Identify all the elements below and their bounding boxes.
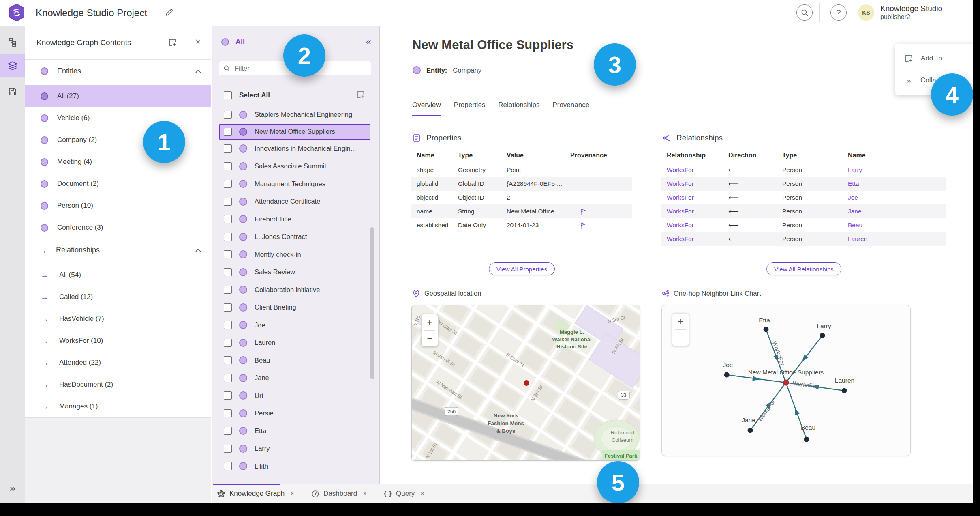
graph-item-row[interactable]: Montly check-in bbox=[212, 246, 379, 264]
zoom-in-button[interactable]: + bbox=[672, 314, 689, 329]
graph-item-row[interactable]: Firebird Title bbox=[212, 211, 379, 228]
item-checkbox[interactable] bbox=[224, 162, 232, 170]
edit-title-icon[interactable] bbox=[164, 8, 174, 17]
graph-item-row[interactable]: Collaboration initiative bbox=[212, 281, 379, 299]
select-all-checkbox[interactable] bbox=[224, 91, 232, 99]
item-checkbox[interactable] bbox=[224, 356, 232, 364]
graph-item-row[interactable]: Larry bbox=[212, 440, 379, 458]
graph-item-row[interactable]: New Metal Office Suppliers bbox=[219, 124, 370, 140]
graph-item-row[interactable]: L. Jones Contract bbox=[212, 228, 379, 246]
item-checkbox[interactable] bbox=[224, 144, 232, 153]
item-checkbox[interactable] bbox=[224, 268, 232, 276]
item-checkbox[interactable] bbox=[224, 427, 232, 435]
close-tab-icon[interactable]: × bbox=[290, 490, 294, 498]
graph-item-row[interactable]: Client Briefing bbox=[212, 299, 379, 316]
item-checkbox[interactable] bbox=[224, 339, 232, 347]
graph-item-row[interactable]: Managment Techniques bbox=[212, 175, 379, 193]
graph-item-row[interactable]: Jane bbox=[212, 369, 379, 387]
center-node[interactable] bbox=[783, 380, 789, 385]
collapse-panel-icon[interactable]: « bbox=[366, 37, 371, 47]
item-checkbox[interactable] bbox=[224, 391, 232, 400]
property-row[interactable]: name String New Metal Office ... bbox=[411, 204, 632, 218]
relationship-row[interactable]: WorksFor ⟵ Person Etta bbox=[661, 177, 946, 191]
view-all-relationships-button[interactable]: View All Relationships bbox=[766, 262, 841, 275]
related-entity-link[interactable]: Jane bbox=[848, 208, 946, 215]
add-to-icon[interactable] bbox=[356, 90, 366, 99]
help-button[interactable]: ? bbox=[830, 4, 847, 21]
relationship-filter-item[interactable]: → HasDocument (2) bbox=[25, 374, 211, 396]
relationship-filter-item[interactable]: → HasVehicle (7) bbox=[25, 308, 211, 330]
provenance-flag-icon[interactable] bbox=[579, 208, 587, 215]
relationship-filter-item[interactable]: → Called (12) bbox=[25, 286, 211, 308]
relationship-row[interactable]: WorksFor ⟵ Person Lauren bbox=[661, 232, 946, 246]
add-to-icon[interactable] bbox=[168, 38, 178, 47]
entity-filter-item[interactable]: Vehicle (6) bbox=[25, 107, 211, 129]
entity-filter-item[interactable]: Document (2) bbox=[25, 173, 211, 195]
data-model-rail-button[interactable] bbox=[0, 30, 25, 54]
expand-rail-button[interactable]: » bbox=[0, 483, 25, 494]
scope-header[interactable]: All bbox=[221, 38, 245, 46]
zoom-in-button[interactable]: + bbox=[422, 314, 438, 330]
item-checkbox[interactable] bbox=[224, 128, 232, 136]
graph-item-row[interactable]: Attendance Certificate bbox=[212, 193, 379, 211]
relationship-link[interactable]: WorksFor bbox=[661, 208, 728, 215]
graph-item-row[interactable]: Beau bbox=[212, 352, 379, 370]
item-checkbox[interactable] bbox=[224, 111, 232, 119]
search-button[interactable] bbox=[796, 4, 813, 21]
relationship-filter-item[interactable]: → WorksFor (10) bbox=[25, 330, 211, 352]
item-checkbox[interactable] bbox=[224, 462, 232, 470]
zoom-out-button[interactable]: − bbox=[422, 331, 438, 346]
entity-filter-item[interactable]: Conference (3) bbox=[25, 217, 211, 239]
relationship-link[interactable]: WorksFor bbox=[661, 166, 728, 174]
tab-dashboard[interactable]: Dashboard × bbox=[311, 490, 367, 498]
item-checkbox[interactable] bbox=[224, 180, 232, 188]
entity-filter-item[interactable]: Meeting (4) bbox=[25, 151, 211, 173]
graph-item-row[interactable]: Innovations in Mechanical Engin... bbox=[212, 140, 379, 158]
relationship-row[interactable]: WorksFor ⟵ Person Beau bbox=[661, 218, 946, 232]
close-tab-icon[interactable]: × bbox=[420, 490, 424, 498]
save-rail-button[interactable] bbox=[0, 80, 25, 103]
graph-item-row[interactable]: Joe bbox=[212, 316, 379, 334]
item-checkbox[interactable] bbox=[224, 445, 232, 453]
relationship-filter-item[interactable]: → All (54) bbox=[25, 264, 211, 286]
graph-item-row[interactable]: Lilith bbox=[212, 458, 379, 475]
entity-filter-item[interactable]: All (27) bbox=[25, 85, 211, 107]
relationship-link[interactable]: WorksFor bbox=[661, 235, 728, 243]
tab-knowledge-graph[interactable]: Knowledge Graph × bbox=[217, 490, 294, 498]
close-tab-icon[interactable]: × bbox=[363, 490, 367, 498]
entities-section-header[interactable]: Entities bbox=[25, 60, 211, 83]
provenance-flag-icon[interactable] bbox=[579, 221, 587, 229]
relationship-row[interactable]: WorksFor ⟵ Person Larry bbox=[661, 163, 946, 177]
link-chart[interactable]: WorksFor WorksFor WorksFor Etta Larry J bbox=[661, 305, 911, 456]
relationships-section-header[interactable]: → Relationships bbox=[25, 239, 211, 262]
close-panel-icon[interactable]: × bbox=[195, 37, 201, 47]
add-to-menu-item[interactable]: Add To bbox=[895, 49, 976, 67]
property-row[interactable]: established Date Only 2014-01-23 bbox=[411, 218, 632, 232]
user-avatar[interactable]: KS bbox=[858, 4, 874, 21]
tab-query[interactable]: { } Query × bbox=[384, 490, 424, 498]
related-entity-link[interactable]: Larry bbox=[848, 166, 946, 174]
geospatial-map[interactable]: W Clay St E Clay St Marshall St W Marsha… bbox=[411, 305, 640, 461]
view-all-properties-button[interactable]: View All Properties bbox=[489, 262, 555, 275]
scrollbar-thumb[interactable] bbox=[370, 227, 374, 379]
related-entity-link[interactable]: Joe bbox=[848, 194, 946, 201]
item-checkbox[interactable] bbox=[224, 321, 232, 329]
detail-tab[interactable]: Overview bbox=[412, 101, 441, 116]
relationship-filter-item[interactable]: → Manages (1) bbox=[25, 396, 211, 417]
detail-tab[interactable]: Relationships bbox=[498, 101, 539, 116]
item-checkbox[interactable] bbox=[224, 215, 232, 223]
layers-rail-button[interactable] bbox=[0, 54, 25, 77]
related-entity-link[interactable]: Etta bbox=[848, 180, 946, 187]
zoom-out-button[interactable]: − bbox=[672, 330, 689, 346]
item-checkbox[interactable] bbox=[224, 250, 232, 258]
relationship-link[interactable]: WorksFor bbox=[661, 194, 728, 201]
related-entity-link[interactable]: Lauren bbox=[848, 235, 946, 243]
item-checkbox[interactable] bbox=[224, 374, 232, 382]
graph-item-row[interactable]: Uri bbox=[212, 387, 379, 405]
graph-item-row[interactable]: Lauren bbox=[212, 334, 379, 352]
related-entity-link[interactable]: Beau bbox=[848, 221, 946, 229]
relationship-row[interactable]: WorksFor ⟵ Person Joe bbox=[661, 191, 946, 204]
graph-item-row[interactable]: Staplers Mechanical Engineering bbox=[212, 106, 379, 124]
relationship-filter-item[interactable]: → Attended (22) bbox=[25, 352, 211, 374]
graph-item-row[interactable]: Sales Associate Summit bbox=[212, 157, 379, 175]
